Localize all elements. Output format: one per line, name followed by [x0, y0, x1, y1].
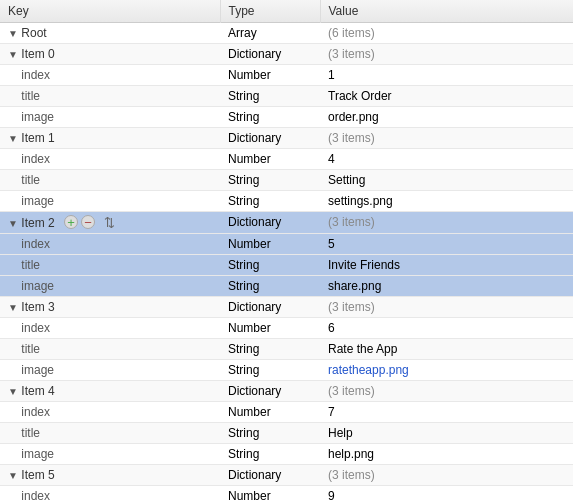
child-label-2-2: image	[21, 279, 54, 293]
root-value: (6 items)	[320, 23, 573, 44]
value-column-header: Value	[320, 0, 573, 23]
child-label-0-2: image	[21, 110, 54, 124]
child-label-3-0: index	[21, 321, 50, 335]
child-row-1-0: index Number 4	[0, 149, 573, 170]
child-key-0-1: title	[0, 86, 220, 107]
child-row-4-0: index Number 7	[0, 401, 573, 422]
root-type: Array	[220, 23, 320, 44]
child-value-3-1: Rate the App	[320, 338, 573, 359]
child-type-2-1: String	[220, 254, 320, 275]
child-value-2-1: Invite Friends	[320, 254, 573, 275]
child-value-4-1: Help	[320, 422, 573, 443]
child-type-3-1: String	[220, 338, 320, 359]
child-type-3-0: Number	[220, 317, 320, 338]
child-row-0-0: index Number 1	[0, 65, 573, 86]
child-row-2-0: index Number 5	[0, 233, 573, 254]
child-type-2-0: Number	[220, 233, 320, 254]
item-triangle-3[interactable]	[8, 302, 18, 313]
property-list-table: Key Type Value Root Array (6 items) Item…	[0, 0, 573, 503]
child-type-1-0: Number	[220, 149, 320, 170]
child-type-1-2: String	[220, 191, 320, 212]
root-label: Root	[21, 26, 46, 40]
item-triangle-2[interactable]	[8, 218, 18, 229]
item-value-2: (3 items)	[320, 212, 573, 234]
item-triangle-4[interactable]	[8, 386, 18, 397]
item-label-4: Item 4	[21, 384, 54, 398]
child-value-4-0: 7	[320, 401, 573, 422]
item-row-1[interactable]: Item 1 Dictionary (3 items)	[0, 128, 573, 149]
child-value-0-1: Track Order	[320, 86, 573, 107]
item-label-2: Item 2	[21, 216, 54, 230]
item-value-4: (3 items)	[320, 380, 573, 401]
child-key-2-2: image	[0, 275, 220, 296]
item-value-3: (3 items)	[320, 296, 573, 317]
child-label-5-0: index	[21, 489, 50, 503]
child-value-5-0: 9	[320, 485, 573, 503]
child-key-4-2: image	[0, 443, 220, 464]
child-label-0-1: title	[21, 89, 40, 103]
child-value-0-2: order.png	[320, 107, 573, 128]
child-key-1-2: image	[0, 191, 220, 212]
child-type-0-0: Number	[220, 65, 320, 86]
stepper-button[interactable]: ⇅	[102, 215, 116, 229]
root-triangle[interactable]	[8, 28, 18, 39]
child-type-1-1: String	[220, 170, 320, 191]
item-controls[interactable]: + −	[64, 215, 95, 229]
child-row-4-1: title String Help	[0, 422, 573, 443]
root-key: Root	[0, 23, 220, 44]
item-key-4: Item 4	[0, 380, 220, 401]
item-row-3[interactable]: Item 3 Dictionary (3 items)	[0, 296, 573, 317]
child-key-3-0: index	[0, 317, 220, 338]
child-type-0-2: String	[220, 107, 320, 128]
child-value-3-2: ratetheapp.png	[320, 359, 573, 380]
child-label-3-2: image	[21, 363, 54, 377]
child-row-4-2: image String help.png	[0, 443, 573, 464]
item-triangle-1[interactable]	[8, 133, 18, 144]
child-key-0-0: index	[0, 65, 220, 86]
child-value-1-0: 4	[320, 149, 573, 170]
child-row-1-1: title String Setting	[0, 170, 573, 191]
item-key-0: Item 0	[0, 44, 220, 65]
child-label-2-1: title	[21, 258, 40, 272]
item-triangle-0[interactable]	[8, 49, 18, 60]
child-label-4-0: index	[21, 405, 50, 419]
child-value-2-2: share.png	[320, 275, 573, 296]
child-key-4-1: title	[0, 422, 220, 443]
child-type-2-2: String	[220, 275, 320, 296]
item-value-1: (3 items)	[320, 128, 573, 149]
item-value-5: (3 items)	[320, 464, 573, 485]
remove-button[interactable]: −	[81, 215, 95, 229]
item-type-5: Dictionary	[220, 464, 320, 485]
child-type-5-0: Number	[220, 485, 320, 503]
item-triangle-5[interactable]	[8, 470, 18, 481]
item-row-0[interactable]: Item 0 Dictionary (3 items)	[0, 44, 573, 65]
child-label-4-1: title	[21, 426, 40, 440]
child-label-4-2: image	[21, 447, 54, 461]
child-row-5-0: index Number 9	[0, 485, 573, 503]
item-type-4: Dictionary	[220, 380, 320, 401]
key-column-header: Key	[0, 0, 220, 23]
child-key-1-0: index	[0, 149, 220, 170]
child-label-3-1: title	[21, 342, 40, 356]
child-key-5-0: index	[0, 485, 220, 503]
item-key-2: Item 2 + − ⇅	[0, 212, 220, 234]
item-row-5[interactable]: Item 5 Dictionary (3 items)	[0, 464, 573, 485]
child-key-2-0: index	[0, 233, 220, 254]
child-value-0-0: 1	[320, 65, 573, 86]
item-key-5: Item 5	[0, 464, 220, 485]
child-label-1-1: title	[21, 173, 40, 187]
item-label-0: Item 0	[21, 47, 54, 61]
child-type-4-1: String	[220, 422, 320, 443]
table-header: Key Type Value	[0, 0, 573, 23]
item-row-2[interactable]: Item 2 + − ⇅ Dictionary (3 items)	[0, 212, 573, 234]
item-type-1: Dictionary	[220, 128, 320, 149]
child-label-0-0: index	[21, 68, 50, 82]
child-type-3-2: String	[220, 359, 320, 380]
item-type-0: Dictionary	[220, 44, 320, 65]
item-label-3: Item 3	[21, 300, 54, 314]
child-key-4-0: index	[0, 401, 220, 422]
child-value-1-2: settings.png	[320, 191, 573, 212]
child-label-1-0: index	[21, 152, 50, 166]
item-row-4[interactable]: Item 4 Dictionary (3 items)	[0, 380, 573, 401]
add-button[interactable]: +	[64, 215, 78, 229]
